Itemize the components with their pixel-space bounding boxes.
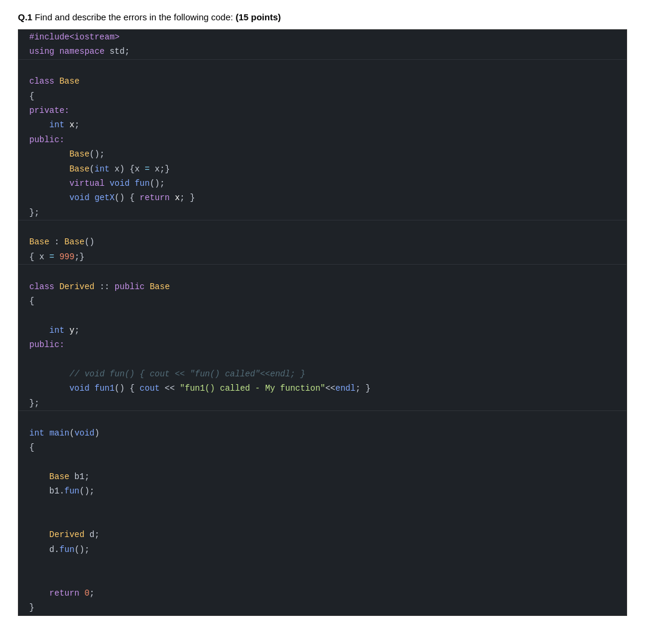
code-line-29: { [19,440,626,455]
code-line-15: Base : Base() [19,235,626,249]
code-line-32: b1.fun(); [19,484,626,498]
code-line-16: { x = 999;} [19,250,626,265]
code-block: #include<iostream> using namespace std; … [18,29,627,616]
code-line-2: using namespace std; [19,44,626,59]
code-line-25: void fun1() { cout << "fun1() called - M… [19,381,626,395]
code-line-33 [19,499,626,513]
code-line-28: int main(void) [19,426,626,440]
code-line-21: int y; [19,323,626,338]
code-line-18: class Derived :: public Base [19,280,626,294]
code-line-19: { [19,294,626,308]
code-line-34 [19,513,626,528]
code-line-23 [19,352,626,367]
code-line-9: Base(); [19,147,626,161]
code-line-3 [19,60,626,74]
code-line-40: } [19,600,626,615]
code-line-20 [19,308,626,323]
code-line-26: }; [19,396,626,411]
code-line-11: virtual void fun(); [19,176,626,191]
code-line-12: void getX() { return x; } [19,191,626,205]
code-line-30 [19,455,626,469]
code-line-5: { [19,89,626,103]
code-line-13: }; [19,206,626,220]
code-line-22: public: [19,338,626,352]
code-line-17 [19,265,626,279]
question-header: Q.1 Find and describe the errors in the … [18,12,627,22]
code-line-1: #include<iostream> [19,30,626,44]
code-line-7: int x; [19,118,626,132]
code-line-31: Base b1; [19,470,626,484]
code-line-4: class Base [19,74,626,88]
code-line-27 [19,411,626,425]
question-points: (15 points) [235,12,281,22]
code-line-24: // void fun() { cout << "fun() called"<<… [19,367,626,381]
question-number: Q.1 [18,12,32,22]
code-line-6: private: [19,103,626,118]
code-line-10: Base(int x) {x = x;} [19,162,626,176]
code-line-36: d.fun(); [19,542,626,557]
code-line-39: return 0; [19,586,626,600]
code-line-37 [19,557,626,571]
code-line-14 [19,220,626,235]
code-line-35: Derived d; [19,528,626,542]
code-line-38 [19,571,626,585]
code-line-8: public: [19,133,626,147]
question-text: Find and describe the errors in the foll… [35,12,235,22]
